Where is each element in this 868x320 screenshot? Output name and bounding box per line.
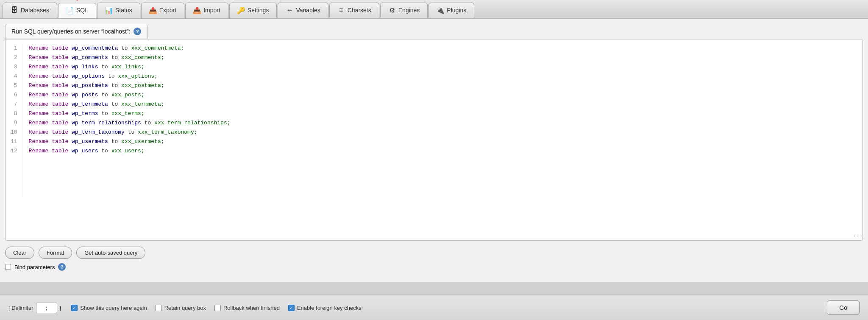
export-tab-icon: 📤 (149, 6, 157, 14)
show-query-option[interactable]: ✓ Show this query here again (71, 305, 147, 311)
export-tab-label: Export (159, 7, 176, 14)
tab-settings[interactable]: 🔑Settings (229, 3, 277, 18)
line-num-11: 11 (11, 137, 17, 146)
foreign-key-checkbox[interactable]: ✓ (288, 305, 295, 311)
settings-tab-icon: 🔑 (237, 6, 245, 14)
line-num-8: 8 (11, 109, 17, 118)
bind-params-row: Bind parameters ? (5, 263, 863, 271)
engines-tab-label: Engines (398, 7, 420, 14)
line-num-6: 6 (11, 90, 17, 100)
show-query-label: Show this query here again (80, 305, 147, 311)
tab-status[interactable]: 📊Status (97, 3, 140, 18)
engines-tab-icon: ⚙ (388, 6, 396, 14)
query-header: Run SQL query/queries on server “localho… (5, 24, 147, 39)
sql-editor[interactable]: 123456789101112 Rename table wp_commentm… (5, 39, 863, 241)
bind-params-label: Bind parameters (14, 264, 55, 270)
code-line-6: Rename table wp_posts to xxx_posts; (29, 90, 857, 100)
retain-box-label: Retain query box (164, 305, 206, 311)
help-icon[interactable]: ? (134, 28, 141, 35)
variables-tab-label: Variables (296, 7, 320, 14)
bind-params-help[interactable]: ? (58, 263, 66, 271)
format-button[interactable]: Format (39, 247, 72, 259)
options-group: ✓ Show this query here again Retain quer… (71, 305, 817, 311)
foreign-key-option[interactable]: ✓ Enable foreign key checks (288, 305, 362, 311)
line-num-2: 2 (11, 53, 17, 62)
tab-import[interactable]: 📥Import (185, 3, 228, 18)
code-line-5: Rename table wp_postmeta to xxx_postmeta… (29, 81, 857, 90)
bottom-bar: [ Delimiter ] ✓ Show this query here aga… (0, 295, 868, 320)
code-area[interactable]: Rename table wp_commentmeta to xxx_comme… (23, 44, 862, 196)
code-line-7: Rename table wp_termmeta to xxx_termmeta… (29, 100, 857, 109)
show-query-checkbox[interactable]: ✓ (71, 305, 78, 311)
tab-bar: 🗄Databases📄SQL📊Status📤Export📥Import🔑Sett… (0, 0, 868, 19)
get-autosaved-button[interactable]: Get auto-saved query (76, 247, 145, 259)
delimiter-close-bracket: ] (60, 305, 61, 311)
rollback-label: Rollback when finished (223, 305, 280, 311)
tab-engines[interactable]: ⚙Engines (380, 3, 428, 18)
line-num-3: 3 (11, 62, 17, 72)
tab-plugins[interactable]: 🔌Plugins (428, 3, 474, 18)
code-line-4: Rename table wp_options to xxx_options; (29, 72, 857, 81)
plugins-tab-icon: 🔌 (437, 6, 444, 14)
code-line-1: Rename table wp_commentmeta to xxx_comme… (29, 44, 857, 53)
code-line-9: Rename table wp_term_relationships to xx… (29, 118, 857, 128)
tab-charsets[interactable]: ≡Charsets (329, 3, 379, 18)
import-tab-label: Import (203, 7, 220, 14)
tab-export[interactable]: 📤Export (141, 3, 184, 18)
plugins-tab-label: Plugins (447, 7, 466, 14)
delimiter-group: [ Delimiter ] (8, 303, 61, 313)
code-line-12: Rename table wp_users to xxx_users; (29, 146, 857, 156)
rollback-checkbox[interactable] (214, 305, 221, 311)
main-content: Run SQL query/queries on server “localho… (0, 19, 868, 282)
delimiter-input[interactable] (36, 303, 57, 313)
retain-box-checkbox[interactable] (156, 305, 162, 311)
line-num-7: 7 (11, 100, 17, 109)
sql-tab-icon: 📄 (66, 6, 74, 14)
line-num-4: 4 (11, 72, 17, 81)
line-num-1: 1 (11, 44, 17, 53)
status-tab-label: Status (115, 7, 132, 14)
delimiter-open-bracket: [ Delimiter (8, 305, 33, 311)
charsets-tab-icon: ≡ (337, 6, 345, 14)
go-button[interactable]: Go (827, 300, 860, 315)
tab-databases[interactable]: 🗄Databases (3, 3, 57, 18)
code-line-3: Rename table wp_links to xxx_links; (29, 62, 857, 72)
tab-sql[interactable]: 📄SQL (58, 3, 96, 18)
bind-params-checkbox[interactable] (5, 264, 11, 270)
settings-tab-label: Settings (248, 7, 269, 14)
query-header-label: Run SQL query/queries on server “localho… (11, 28, 130, 35)
line-num-12: 12 (11, 146, 17, 156)
import-tab-icon: 📥 (193, 6, 201, 14)
code-line-8: Rename table wp_terms to xxx_terms; (29, 109, 857, 118)
status-tab-icon: 📊 (105, 6, 113, 14)
button-bar: Clear Format Get auto-saved query (5, 247, 863, 259)
retain-box-option[interactable]: Retain query box (156, 305, 206, 311)
code-line-2: Rename table wp_comments to xxx_comments… (29, 53, 857, 62)
line-num-9: 9 (11, 118, 17, 128)
databases-tab-icon: 🗄 (11, 6, 18, 14)
clear-button[interactable]: Clear (5, 247, 34, 259)
code-line-10: Rename table wp_term_taxonomy to xxx_ter… (29, 128, 857, 137)
code-line-11: Rename table wp_usermeta to xxx_usermeta… (29, 137, 857, 146)
databases-tab-label: Databases (21, 7, 49, 14)
line-num-10: 10 (11, 128, 17, 137)
rollback-option[interactable]: Rollback when finished (214, 305, 280, 311)
foreign-key-label: Enable foreign key checks (297, 305, 362, 311)
line-num-5: 5 (11, 81, 17, 90)
tab-variables[interactable]: ↔Variables (278, 3, 328, 18)
resize-handle[interactable]: ⋰ (853, 231, 863, 241)
line-numbers: 123456789101112 (6, 44, 23, 196)
charsets-tab-label: Charsets (348, 7, 371, 14)
variables-tab-icon: ↔ (286, 6, 293, 14)
sql-tab-label: SQL (76, 7, 88, 14)
